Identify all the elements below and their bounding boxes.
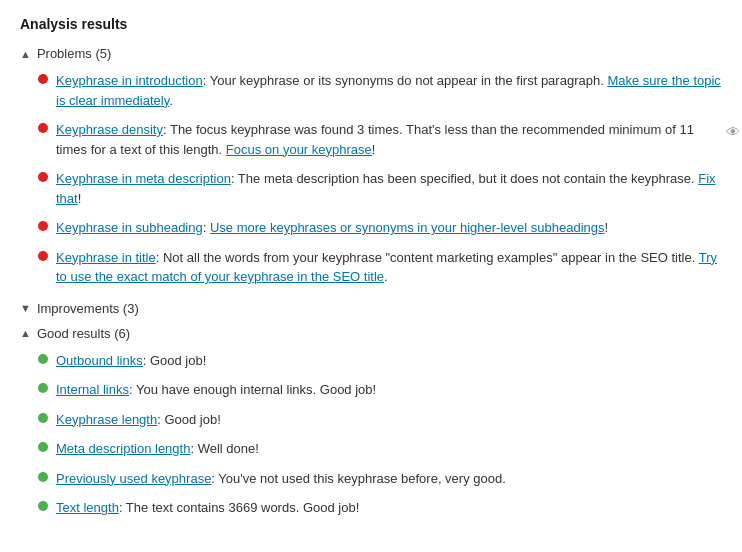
good-internal-links: Internal links: You have enough internal…: [38, 380, 722, 400]
problem-keyphrase-meta: Keyphrase in meta description: The meta …: [38, 169, 722, 208]
improvements-label: Improvements (3): [37, 301, 139, 316]
keyphrase-meta-link[interactable]: Keyphrase in meta description: [56, 171, 231, 186]
green-dot: [38, 354, 48, 364]
problems-label: Problems (5): [37, 46, 111, 61]
keyphrase-density-action[interactable]: Focus on your keyphrase: [226, 142, 372, 157]
improvements-chevron: ▼: [20, 302, 31, 314]
previously-used-keyphrase-link[interactable]: Previously used keyphrase: [56, 471, 211, 486]
text-length-text: Text length: The text contains 3669 word…: [56, 498, 722, 518]
problems-list: Keyphrase in introduction: Your keyphras…: [38, 71, 722, 287]
improvements-section: ▼ Improvements (3): [20, 301, 722, 316]
green-dot: [38, 501, 48, 511]
red-dot: [38, 221, 48, 231]
good-results-chevron: ▲: [20, 327, 31, 339]
previously-used-keyphrase-text: Previously used keyphrase: You've not us…: [56, 469, 722, 489]
internal-links-link[interactable]: Internal links: [56, 382, 129, 397]
problem-keyphrase-intro: Keyphrase in introduction: Your keyphras…: [38, 71, 722, 110]
eye-icon[interactable]: 👁: [726, 122, 740, 143]
problem-keyphrase-title: Keyphrase in title: Not all the words fr…: [38, 248, 722, 287]
red-dot: [38, 74, 48, 84]
green-dot: [38, 442, 48, 452]
keyphrase-density-link[interactable]: Keyphrase density: [56, 122, 163, 137]
good-keyphrase-length: Keyphrase length: Good job!: [38, 410, 722, 430]
red-dot: [38, 172, 48, 182]
keyphrase-length-link[interactable]: Keyphrase length: [56, 412, 157, 427]
keyphrase-title-action[interactable]: Try to use the exact match of your keyph…: [56, 250, 717, 285]
text-length-link[interactable]: Text length: [56, 500, 119, 515]
outbound-links-link[interactable]: Outbound links: [56, 353, 143, 368]
red-dot: [38, 251, 48, 261]
problem-keyphrase-subheading: Keyphrase in subheading: Use more keyphr…: [38, 218, 722, 238]
meta-description-length-text: Meta description length: Well done!: [56, 439, 722, 459]
good-meta-description-length: Meta description length: Well done!: [38, 439, 722, 459]
meta-description-length-link[interactable]: Meta description length: [56, 441, 190, 456]
outbound-links-text: Outbound links: Good job!: [56, 351, 722, 371]
problem-subheading-text: Keyphrase in subheading: Use more keyphr…: [56, 218, 722, 238]
green-dot: [38, 413, 48, 423]
good-results-header[interactable]: ▲ Good results (6): [20, 326, 722, 341]
good-previously-used-keyphrase: Previously used keyphrase: You've not us…: [38, 469, 722, 489]
keyphrase-title-link[interactable]: Keyphrase in title: [56, 250, 156, 265]
keyphrase-intro-link[interactable]: Keyphrase in introduction: [56, 73, 203, 88]
good-outbound-links: Outbound links: Good job!: [38, 351, 722, 371]
problems-section: ▲ Problems (5) Keyphrase in introduction…: [20, 46, 722, 287]
page-title: Analysis results: [20, 16, 722, 32]
problems-header[interactable]: ▲ Problems (5): [20, 46, 722, 61]
problem-keyphrase-density: Keyphrase density: The focus keyphrase w…: [38, 120, 722, 159]
green-dot: [38, 383, 48, 393]
good-results-list: Outbound links: Good job! Internal links…: [38, 351, 722, 518]
problem-intro-text: Keyphrase in introduction: Your keyphras…: [56, 71, 722, 110]
keyphrase-length-text: Keyphrase length: Good job!: [56, 410, 722, 430]
keyphrase-subheading-link[interactable]: Keyphrase in subheading: [56, 220, 203, 235]
red-dot: [38, 123, 48, 133]
good-results-label: Good results (6): [37, 326, 130, 341]
good-text-length: Text length: The text contains 3669 word…: [38, 498, 722, 518]
problem-meta-text: Keyphrase in meta description: The meta …: [56, 169, 722, 208]
problem-density-text: Keyphrase density: The focus keyphrase w…: [56, 120, 722, 159]
keyphrase-subheading-action[interactable]: Use more keyphrases or synonyms in your …: [210, 220, 605, 235]
problems-chevron: ▲: [20, 48, 31, 60]
good-results-section: ▲ Good results (6) Outbound links: Good …: [20, 326, 722, 518]
problem-title-text: Keyphrase in title: Not all the words fr…: [56, 248, 722, 287]
green-dot: [38, 472, 48, 482]
improvements-header[interactable]: ▼ Improvements (3): [20, 301, 722, 316]
internal-links-text: Internal links: You have enough internal…: [56, 380, 722, 400]
